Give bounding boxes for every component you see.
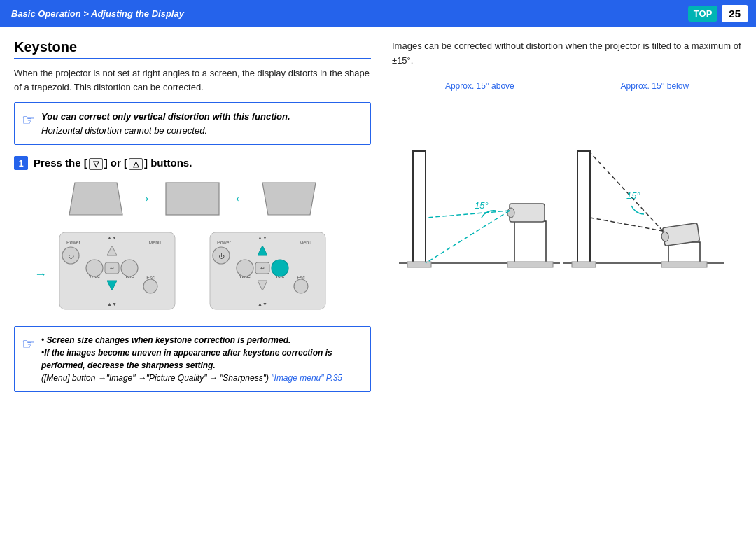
label-above: Approx. 15° above — [445, 81, 514, 91]
svg-rect-55 — [572, 262, 596, 267]
remote-2: Power ▲▼ Menu ⏻ Wide Tele Enter — [203, 229, 332, 315]
bullet1-bold: Screen size changes when keystone correc… — [47, 335, 291, 345]
step-text-prefix: Press the [ — [34, 157, 88, 169]
svg-text:▲▼: ▲▼ — [258, 235, 267, 240]
angle-diagram-svg: 15° 15° — [392, 95, 742, 354]
svg-rect-56 — [668, 242, 700, 263]
header: Basic Operation > Adjusting the Display … — [0, 0, 756, 27]
page-number: 25 — [722, 5, 748, 22]
shape-rect — [164, 180, 220, 218]
keystone-diagram: → ← — [14, 180, 371, 218]
remote-1-arrow: → — [34, 267, 47, 282]
svg-point-18 — [86, 260, 103, 276]
right-column: Images can be corrected without distorti… — [392, 39, 742, 392]
image-menu-link[interactable]: "Image menu" P.35 — [271, 373, 342, 383]
bullet1: • Screen size changes when keystone corr… — [41, 335, 290, 345]
remote-1-svg: Power ▲▼ Menu ⏻ Wide Tele Enter — [52, 229, 182, 313]
arrow-right-1: → — [136, 190, 152, 208]
svg-text:↵: ↵ — [110, 265, 115, 272]
bullet2: •If the images become uneven in appearan… — [41, 348, 342, 383]
svg-line-51 — [426, 211, 510, 263]
remote-1: → Power ▲▼ Menu ⏻ Wide Tele Enter — [52, 229, 182, 315]
svg-line-50 — [426, 211, 510, 218]
svg-marker-0 — [69, 183, 122, 215]
svg-point-19 — [121, 260, 138, 276]
note-bold-1: You can correct only vertical distortion… — [41, 111, 290, 122]
intro-text: When the projector is not set at right a… — [14, 66, 371, 94]
note-text-1: You can correct only vertical distortion… — [41, 110, 290, 137]
svg-text:15°: 15° — [475, 200, 489, 211]
svg-text:Power: Power — [217, 240, 232, 245]
top-badge: TOP — [688, 6, 718, 22]
section-title: Keystone — [14, 39, 371, 59]
bottom-note-text: • Screen size changes when keystone corr… — [41, 334, 360, 384]
svg-rect-46 — [514, 221, 546, 263]
bottom-note-box: ☞ • Screen size changes when keystone co… — [14, 326, 371, 392]
svg-point-41 — [294, 279, 308, 293]
arrow-left-1: ← — [233, 190, 248, 208]
svg-rect-57 — [662, 262, 707, 267]
svg-marker-2 — [262, 183, 316, 215]
step-text-mid: ] or [ — [104, 157, 127, 169]
svg-rect-43 — [413, 151, 426, 263]
trapezoid-wide-svg — [68, 180, 124, 218]
svg-text:Power: Power — [66, 240, 81, 245]
remotes-area: → Power ▲▼ Menu ⏻ Wide Tele Enter — [14, 229, 371, 315]
header-right: TOP 25 — [688, 5, 748, 22]
left-column: Keystone When the projector is not set a… — [14, 39, 371, 392]
note-box-1: ☞ You can correct only vertical distorti… — [14, 102, 371, 145]
right-intro: Images can be corrected without distorti… — [392, 39, 742, 69]
hand-icon-2: ☞ — [22, 335, 36, 353]
svg-text:↵: ↵ — [260, 265, 265, 272]
svg-rect-53 — [578, 151, 590, 263]
svg-point-38 — [237, 260, 253, 276]
bullet2-bold: If the images become uneven in appearanc… — [41, 348, 332, 370]
btn-down: ▽ — [89, 158, 103, 170]
svg-text:▲▼: ▲▼ — [258, 302, 267, 307]
breadcrumb: Basic Operation > Adjusting the Display — [11, 8, 184, 19]
svg-point-39 — [272, 260, 288, 276]
shape-trapezoid-wide-btm — [261, 180, 317, 218]
label-below: Approx. 15° below — [621, 81, 690, 91]
svg-rect-47 — [507, 262, 553, 267]
step-1-row: 1 Press the [▽] or [△] buttons. — [14, 156, 371, 170]
bullet2-normal: ([Menu] button →"Image" →"Picture Qualit… — [41, 373, 269, 383]
svg-text:⏻: ⏻ — [68, 253, 74, 260]
btn-up: △ — [129, 158, 143, 170]
svg-text:▲▼: ▲▼ — [107, 302, 117, 307]
diagram-labels: Approx. 15° above Approx. 15° below — [392, 81, 742, 91]
trapezoid-wide-btm-svg — [261, 180, 317, 218]
rect-svg — [164, 180, 220, 218]
svg-text:Menu: Menu — [299, 240, 312, 245]
svg-point-21 — [144, 279, 158, 293]
hand-icon: ☞ — [22, 111, 36, 129]
step-number: 1 — [14, 156, 28, 170]
svg-text:▲▼: ▲▼ — [107, 235, 117, 240]
svg-rect-45 — [407, 262, 431, 267]
step-label: Press the [▽] or [△] buttons. — [34, 157, 192, 170]
main-content: Keystone When the projector is not set a… — [0, 27, 756, 392]
shape-trapezoid-wide — [68, 180, 124, 218]
step-text-end: ] buttons. — [144, 157, 192, 169]
svg-rect-1 — [166, 183, 219, 215]
svg-text:Menu: Menu — [148, 240, 161, 245]
svg-text:⏻: ⏻ — [218, 253, 225, 260]
note-normal-1: Horizontal distortion cannot be correcte… — [41, 125, 207, 136]
svg-point-49 — [507, 208, 514, 218]
remote-2-svg: Power ▲▼ Menu ⏻ Wide Tele Enter — [203, 229, 332, 313]
svg-text:15°: 15° — [626, 190, 640, 201]
